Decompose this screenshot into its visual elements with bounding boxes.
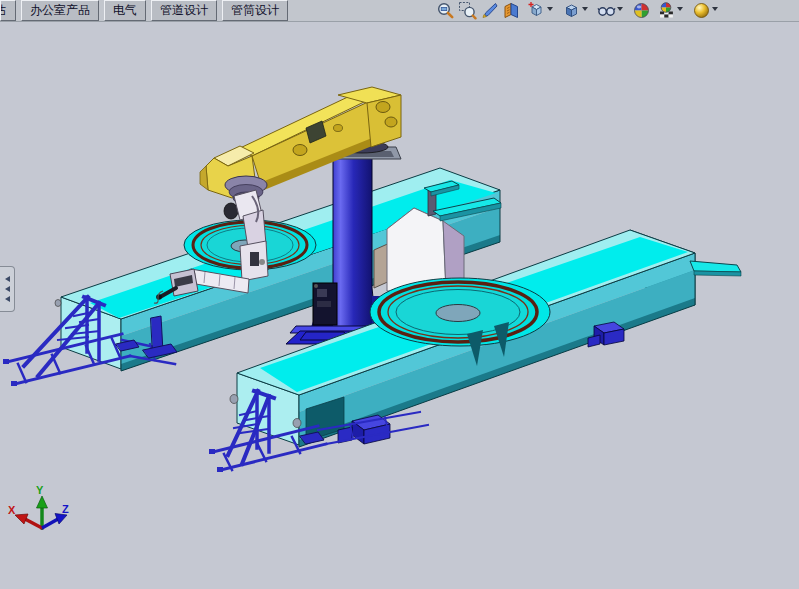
heads-up-view-toolbar — [436, 1, 721, 20]
display-style-icon[interactable] — [562, 1, 581, 20]
model-canvas[interactable]: Y X Z — [0, 0, 799, 589]
apply-scene-icon[interactable] — [657, 1, 676, 20]
tab-office-products[interactable]: 办公室产品 — [21, 0, 99, 21]
tab-tubing-design[interactable]: 管筒设计 — [222, 0, 288, 21]
tab-electrical[interactable]: 电气 — [104, 0, 146, 21]
view-settings-icon[interactable] — [692, 1, 711, 20]
feature-panel-toggle[interactable] — [0, 266, 15, 312]
triad-x-label: X — [8, 504, 16, 516]
zoom-to-area-icon[interactable] — [458, 1, 477, 20]
edit-appearance-icon[interactable] — [632, 1, 651, 20]
front-turntable-ring — [379, 282, 537, 342]
trunnion-pin — [230, 395, 238, 404]
dropdown-caret-icon[interactable] — [617, 7, 623, 11]
tab-evaluate-partial[interactable]: 估 — [0, 0, 16, 21]
previous-view-icon[interactable] — [480, 1, 499, 20]
command-tabs: 估 办公室产品 电气 管道设计 管筒设计 — [0, 0, 293, 21]
view-orientation-icon[interactable] — [527, 1, 546, 20]
zoom-to-fit-icon[interactable] — [436, 1, 455, 20]
dropdown-caret-icon[interactable] — [712, 7, 718, 11]
dropdown-caret-icon[interactable] — [677, 7, 683, 11]
panel-collapse-arrow-icon — [5, 296, 10, 302]
trunnion-pin — [293, 419, 301, 428]
hide-show-items-icon[interactable] — [597, 1, 616, 20]
tab-piping-design[interactable]: 管道设计 — [151, 0, 217, 21]
panel-collapse-arrow-icon — [5, 276, 10, 282]
panel-collapse-arrow-icon — [5, 286, 10, 292]
section-view-icon[interactable] — [502, 1, 521, 20]
coordinate-triad: Y X Z — [8, 484, 69, 530]
triad-z-label: Z — [62, 503, 69, 515]
dropdown-caret-icon[interactable] — [582, 7, 588, 11]
trunnion-pin — [55, 300, 61, 307]
dropdown-caret-icon[interactable] — [547, 7, 553, 11]
triad-y-label: Y — [36, 484, 44, 496]
